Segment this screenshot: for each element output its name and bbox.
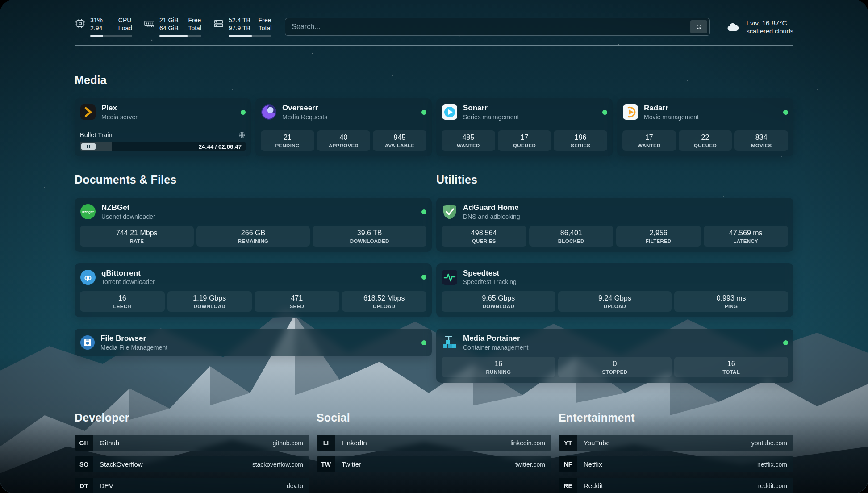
stat-label: DOWNLOAD (169, 304, 250, 309)
plex-card[interactable]: Plex Media server Bullet Train (75, 98, 251, 156)
app-desc: Media File Management (100, 344, 167, 351)
bookmark-abbr: GH (75, 435, 93, 451)
svg-text:qb: qb (84, 274, 92, 281)
stat-value: 22 (680, 134, 730, 142)
search-bar[interactable]: G (285, 18, 710, 36)
bookmark-abbr: SO (75, 456, 93, 472)
sonarr-icon (442, 104, 458, 120)
weather-condition: scattered clouds (746, 28, 793, 35)
stat-box: 16TOTAL (674, 357, 788, 377)
status-indicator (241, 110, 246, 115)
stat-box: 16LEECH (80, 291, 165, 312)
bookmark-stackoverflow[interactable]: SO StackOverflow stackoverflow.com (75, 456, 309, 472)
stat-label: MOVIES (736, 143, 786, 148)
app-desc: Series management (463, 113, 519, 121)
search-engine-button[interactable]: G (690, 20, 707, 33)
ram-free-value: 21 GiB (159, 16, 179, 24)
bookmark-twitter[interactable]: TW Twitter twitter.com (317, 456, 551, 472)
cpu-usage-bar-fill (90, 35, 103, 37)
bookmark-github[interactable]: GH Github github.com (75, 435, 309, 451)
pause-button[interactable] (81, 143, 96, 150)
stat-box: 86,401BLOCKED (529, 226, 614, 246)
entertainment-section-title: Entertainment (559, 411, 793, 424)
portainer-card[interactable]: Media Portainer Container management 16R… (436, 329, 793, 383)
app-name: AdGuard Home (463, 203, 520, 212)
memory-icon (144, 18, 155, 29)
stat-label: TOTAL (676, 369, 786, 375)
radarr-card[interactable]: Radarr Movie management 17WANTED 22QUEUE… (617, 98, 793, 156)
stat-label: DOWNLOADED (314, 238, 425, 244)
app-desc: Media server (101, 113, 138, 121)
status-indicator (783, 340, 788, 345)
bookmark-abbr: DT (75, 478, 93, 493)
ram-usage-bar (159, 35, 201, 37)
stat-value: 618.52 Mbps (344, 294, 425, 302)
stat-box: 9.24 GbpsUPLOAD (558, 291, 672, 312)
speedtest-card[interactable]: Speedtest Speedtest Tracking 9.65 GbpsDO… (436, 263, 793, 318)
bookmark-abbr: TW (317, 456, 335, 472)
disk-free-value: 52.4 TB (229, 16, 250, 24)
app-name: Overseerr (282, 104, 327, 113)
app-name: NZBGet (101, 203, 155, 212)
header-divider (75, 45, 793, 46)
stat-value: 1.19 Gbps (169, 294, 250, 302)
bookmark-linkedin[interactable]: LI LinkedIn linkedin.com (317, 435, 551, 451)
adguard-card[interactable]: AdGuard Home DNS and adblocking 498,564Q… (436, 198, 793, 252)
bookmark-dev[interactable]: DT DEV dev.to (75, 478, 309, 493)
ram-usage-bar-fill (159, 35, 188, 37)
disk-total-value: 97.9 TB (229, 24, 250, 32)
hard-disk-icon (213, 18, 224, 29)
disk-usage-bar-fill (229, 35, 252, 37)
stat-label: QUERIES (443, 238, 525, 244)
stat-box: 498,564QUERIES (442, 226, 526, 246)
qbittorrent-card[interactable]: qb qBittorrent Torrent downloader 16LEEC… (75, 263, 432, 318)
ram-label-bottom: Total (188, 24, 201, 32)
now-playing-row: Bullet Train (80, 127, 246, 138)
section-utilities: Utilities (436, 173, 793, 383)
stats-row: 17WANTED 22QUEUED 834MOVIES (622, 130, 788, 151)
stat-box: 2,956FILTERED (616, 226, 701, 246)
stat-label: DOWNLOAD (443, 304, 554, 309)
cpu-chip-icon (75, 18, 86, 29)
app-name: Plex (101, 104, 138, 113)
sonarr-card[interactable]: Sonarr Series management 485WANTED 17QUE… (436, 98, 613, 156)
nzbget-card[interactable]: nzbget NZBGet Usenet downloader 744.21 M… (75, 198, 432, 252)
bookmark-youtube[interactable]: YT YouTube youtube.com (559, 435, 793, 451)
app-name: Media Portainer (463, 334, 528, 343)
stats-row: 485WANTED 17QUEUED 196SERIES (442, 130, 607, 151)
stat-label: REMAINING (198, 238, 309, 244)
stats-row: 498,564QUERIES 86,401BLOCKED 2,956FILTER… (442, 226, 788, 246)
bookmark-label: YouTube (584, 439, 610, 447)
cpu-label-bottom: Load (118, 24, 132, 32)
bookmark-netflix[interactable]: NF Netflix netflix.com (559, 456, 793, 472)
overseerr-card[interactable]: Overseerr Media Requests 21PENDING 40APP… (255, 98, 432, 156)
filebrowser-card[interactable]: File Browser Media File Management (75, 329, 432, 356)
stat-label: LEECH (82, 304, 163, 309)
stat-box: 9.65 GbpsDOWNLOAD (442, 291, 555, 312)
cloud-icon (726, 21, 740, 32)
stat-box: 21PENDING (261, 130, 314, 151)
stat-value: 16 (82, 294, 163, 302)
top-bar: 31% 2.94 CPU Load (75, 0, 793, 37)
bookmark-url: netflix.com (757, 461, 787, 468)
stat-value: 744.21 Mbps (82, 229, 192, 237)
stat-value: 0 (560, 360, 670, 368)
gear-icon[interactable] (238, 131, 246, 138)
search-input[interactable] (292, 23, 690, 31)
stat-value: 17 (624, 134, 674, 142)
stat-box: 266 GBREMAINING (196, 226, 310, 246)
stat-box: 0STOPPED (558, 357, 672, 377)
ram-total-value: 64 GiB (159, 24, 179, 32)
playback-progress-bar[interactable]: 24:44 / 02:06:47 (80, 142, 246, 151)
ram-label-top: Free (188, 16, 201, 24)
stat-box: 17QUEUED (498, 130, 551, 151)
stat-label: PING (676, 304, 786, 309)
stat-box: 16RUNNING (442, 357, 555, 377)
app-desc: Movie management (644, 113, 699, 121)
playback-time: 24:44 / 02:06:47 (199, 143, 242, 150)
overseerr-icon (261, 104, 277, 120)
stat-value: 21 (263, 134, 313, 142)
bookmark-url: stackoverflow.com (252, 461, 303, 468)
stat-label: APPROVED (319, 143, 369, 148)
bookmark-reddit[interactable]: RE Reddit reddit.com (559, 478, 793, 493)
